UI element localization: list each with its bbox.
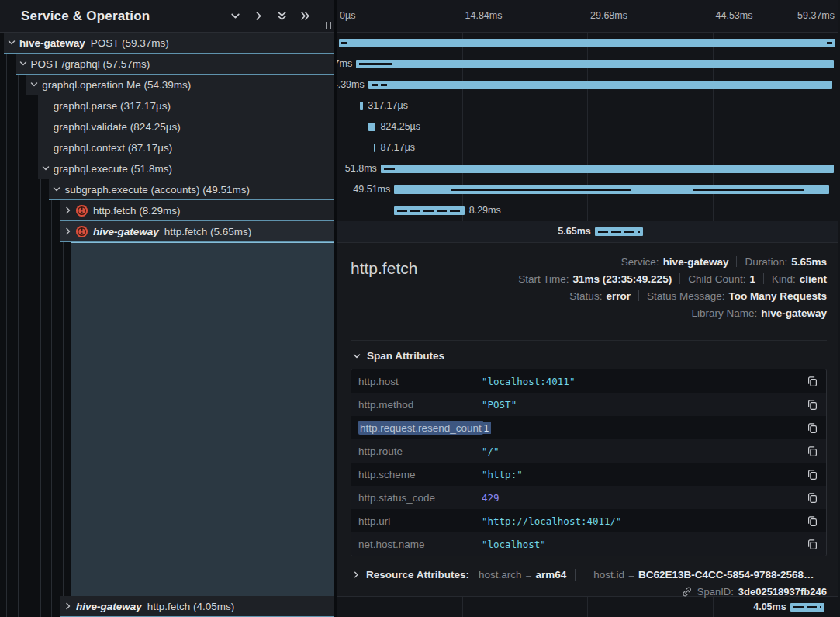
row-expander-spacer — [41, 122, 50, 131]
span-tree-row[interactable]: !hive-gatewayhttp.fetch (5.65ms) — [60, 221, 334, 242]
span-tree-row[interactable]: hive-gatewayPOST (59.37ms) — [4, 33, 334, 54]
collapse-one-level-button[interactable] — [228, 9, 243, 23]
span-title: http.fetch — [351, 253, 417, 321]
selected-text: http.request.resend_count — [358, 421, 483, 435]
span-tree-row[interactable]: POST /graphql (57.57ms) — [16, 54, 334, 75]
chevron-down-icon — [232, 14, 239, 17]
resource-key: host.arch — [479, 569, 522, 581]
waterfall-row: 57.57ms — [337, 54, 838, 75]
duration-label: 87.17µs — [380, 137, 415, 158]
child-span-marker — [451, 189, 631, 191]
collapse-all-button[interactable] — [275, 9, 289, 23]
copy-value-button[interactable] — [804, 492, 818, 504]
ruler-tick: 59.37ms — [797, 10, 835, 21]
span-duration-bar[interactable] — [394, 206, 464, 215]
attribute-key: http.method — [358, 399, 482, 411]
row-expander-spacer — [41, 101, 50, 110]
attribute-key: http.request.resend_count — [358, 422, 482, 434]
row-expander[interactable] — [52, 185, 61, 194]
span-duration-bar[interactable] — [360, 102, 364, 110]
chevron-down-icon — [52, 185, 61, 194]
span-duration-bar[interactable] — [381, 165, 835, 173]
span-meta-line: Status:errorStatus Message:Too Many Requ… — [569, 287, 827, 304]
copy-icon — [807, 469, 818, 480]
chevron-down-icon — [352, 352, 361, 361]
meta-value: hive-gateway — [663, 256, 729, 268]
meta-value: 1 — [749, 273, 755, 285]
waterfall-row: 317.17µs — [337, 95, 838, 116]
meta-label: Library Name: — [691, 307, 757, 319]
error-badge-icon: ! — [76, 226, 88, 237]
copy-value-button[interactable] — [804, 445, 818, 457]
double-chevron-down-icon — [278, 12, 285, 19]
copy-value-button[interactable] — [804, 422, 818, 434]
meta-divider — [763, 273, 764, 284]
row-expander[interactable] — [64, 227, 73, 236]
span-tree-row[interactable]: graphql.execute (51.8ms) — [38, 158, 334, 179]
span-duration-bar[interactable] — [368, 123, 376, 131]
meta-divider — [638, 290, 639, 301]
span-duration-bar[interactable] — [595, 227, 643, 236]
attribute-key: http.host — [358, 376, 482, 387]
row-expander[interactable] — [64, 206, 73, 215]
row-expander[interactable] — [41, 164, 50, 173]
copy-value-button[interactable] — [804, 376, 818, 387]
expand-all-button[interactable] — [298, 9, 313, 23]
duration-label: 5.65ms — [558, 221, 590, 242]
span-label: http.fetch (8.29ms) — [93, 205, 181, 217]
child-span-dashes — [598, 231, 640, 233]
child-span-marker — [381, 84, 387, 86]
span-duration-bar[interactable] — [374, 144, 376, 152]
chevron-down-icon — [41, 164, 50, 173]
span-duration-bar[interactable] — [790, 603, 825, 612]
row-expander[interactable] — [19, 59, 28, 68]
copy-value-button[interactable] — [804, 539, 818, 550]
span-tree-row[interactable]: graphql.context (87.17µs) — [38, 137, 334, 158]
panel-resize-grip[interactable] — [326, 22, 331, 29]
resource-divider — [575, 569, 576, 581]
span-tree-row[interactable]: graphql.validate (824.25µs) — [38, 116, 334, 137]
span-tree-row[interactable]: graphql.parse (317.17µs) — [38, 95, 334, 116]
operation-name: http.fetch (8.29ms) — [93, 205, 181, 217]
span-label: graphql.execute (51.8ms) — [54, 163, 172, 175]
row-expander[interactable] — [29, 80, 39, 89]
chevron-right-icon — [64, 206, 73, 215]
row-expander[interactable] — [64, 601, 73, 611]
span-attributes-toggle[interactable]: Span Attributes — [352, 350, 827, 362]
span-duration-bar[interactable] — [339, 39, 835, 47]
span-id-value: 3de02518937fb246 — [738, 586, 827, 598]
attribute-value: "POST" — [482, 399, 804, 411]
span-tree: hive-gatewayPOST (59.37ms)POST /graphql … — [0, 33, 334, 617]
span-attributes-title: Span Attributes — [367, 350, 444, 362]
attribute-key: http.url — [358, 515, 482, 527]
child-span-marker — [827, 42, 831, 44]
span-tree-row[interactable]: !http.fetch (8.29ms) — [60, 200, 334, 221]
chevron-right-icon — [352, 570, 361, 579]
service-name: hive-gateway — [93, 226, 159, 237]
operation-name: subgraph.execute (accounts) (49.51ms) — [64, 184, 250, 196]
attribute-key: http.scheme — [358, 469, 482, 480]
span-duration-bar[interactable] — [356, 60, 834, 68]
waterfall-row — [337, 33, 838, 54]
span-tree-row[interactable]: hive-gatewayhttp.fetch (4.05ms) — [60, 596, 334, 617]
tree-panel-title: Service & Operation — [21, 9, 228, 24]
child-span-dashes — [793, 606, 822, 608]
copy-value-button[interactable] — [804, 515, 818, 527]
row-expander[interactable] — [7, 38, 16, 47]
waterfall-row: 5.65ms — [337, 221, 838, 242]
span-tree-row[interactable]: graphql.operation Me (54.39ms) — [26, 75, 334, 95]
expand-one-level-button[interactable] — [251, 9, 266, 23]
span-duration-bar[interactable] — [368, 81, 832, 89]
link-icon[interactable] — [681, 586, 693, 598]
copy-value-button[interactable] — [804, 469, 818, 480]
resource-attributes-row[interactable]: Resource Attributes: host.arch=arm64host… — [352, 569, 827, 581]
span-id-row: SpanID: 3de02518937fb246 — [351, 586, 827, 598]
span-tree-row[interactable]: subgraph.execute (accounts) (49.51ms) — [49, 179, 334, 200]
chevron-right-icon — [64, 227, 73, 236]
child-span-marker — [693, 189, 804, 191]
copy-value-button[interactable] — [804, 399, 818, 411]
span-meta-line: Start Time:31ms (23:35:49.225)Child Coun… — [518, 270, 827, 287]
timeline-ruler: 0µs14.84ms29.68ms44.53ms59.37ms — [337, 0, 838, 33]
ruler-tick: 14.84ms — [465, 10, 503, 21]
meta-value: error — [606, 290, 631, 302]
